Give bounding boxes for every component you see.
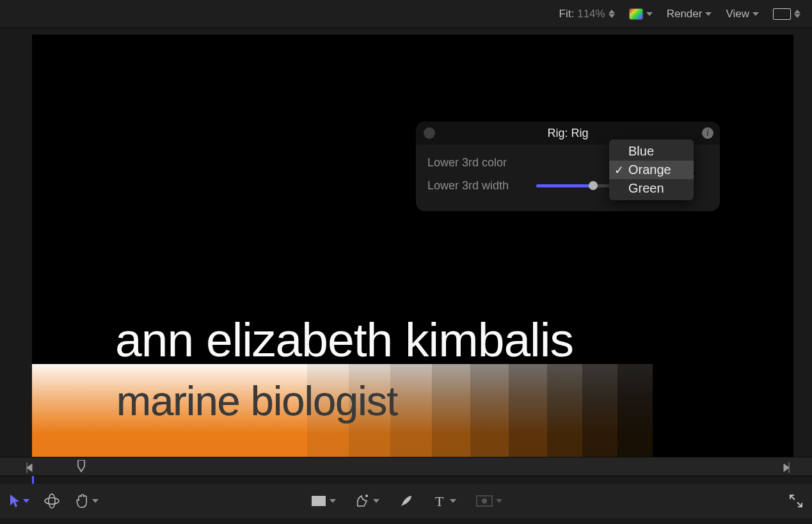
svg-point-6 [482,498,487,504]
color-swatch-icon [629,8,643,20]
fullscreen-tool[interactable] [789,494,803,508]
mini-timeline-playhead [32,476,34,484]
view-menu[interactable]: View [726,8,759,20]
checkmark-icon: ✓ [614,163,624,177]
color-param-label: Lower 3rd color [427,156,523,170]
tool-group-center: T [310,493,502,509]
canvas-tool-toolbar: T [0,484,812,518]
hud-body: Lower 3rd color Lower 3rd width Blue ✓ O… [416,145,720,211]
dropdown-option-orange[interactable]: ✓ Orange [609,161,694,179]
svg-point-1 [49,494,55,508]
svg-rect-2 [312,496,326,506]
chevron-down-icon [450,499,456,503]
slider-thumb[interactable] [589,181,598,190]
mask-tool[interactable] [475,495,502,507]
fit-value: 114% [577,8,605,20]
text-tool[interactable]: T [433,494,456,508]
layout-control[interactable] [773,8,800,20]
stepper-icon [609,10,615,18]
hud-title: Rig: Rig [416,127,720,140]
svg-text:T: T [435,494,444,508]
fit-label: Fit: [559,8,575,20]
playhead-icon[interactable] [77,460,86,478]
viewer-canvas-area: ann elizabeth kimbalis marine biologist … [0,28,812,457]
fit-zoom-control[interactable]: Fit: 114% [559,8,615,20]
range-start-icon[interactable] [26,463,33,475]
mini-timeline-ruler[interactable] [0,457,812,476]
color-channel-control[interactable] [629,8,653,20]
chevron-down-icon [373,499,379,503]
tool-group-left [9,493,99,509]
pen-tool[interactable] [355,493,379,509]
paint-tool[interactable] [399,493,414,509]
view-label: View [726,8,749,20]
width-param-label: Lower 3rd width [427,179,523,193]
select-tool[interactable] [9,494,29,508]
render-menu[interactable]: Render [667,8,712,20]
chevron-down-icon [496,499,502,503]
range-end-icon[interactable] [783,463,790,475]
dropdown-option-blue[interactable]: Blue [609,142,694,161]
viewer-top-toolbar: Fit: 114% Render View [0,0,812,28]
chevron-down-icon [330,499,336,503]
viewer-canvas[interactable]: ann elizabeth kimbalis marine biologist [32,35,793,457]
stepper-icon [794,10,800,18]
info-icon[interactable]: i [702,127,713,139]
dropdown-option-orange-label: Orange [628,163,671,177]
svg-point-3 [365,495,368,497]
chevron-down-icon [705,12,712,16]
color-dropdown-menu[interactable]: Blue ✓ Orange Green [609,139,694,200]
mini-timeline[interactable] [0,476,812,484]
dropdown-option-green[interactable]: Green [609,179,694,198]
rig-hud-panel[interactable]: Rig: Rig i Lower 3rd color Lower 3rd wid… [416,122,720,211]
svg-point-0 [45,498,59,504]
slider-fill [536,184,593,187]
chevron-down-icon [646,12,653,16]
3d-transform-tool[interactable] [44,493,60,509]
shape-tool[interactable] [310,495,336,507]
chevron-down-icon [752,12,759,16]
chevron-down-icon [92,499,99,503]
pan-tool[interactable] [74,493,99,509]
lower-third-title-text: marine biologist [116,380,397,422]
layout-rect-icon [773,8,791,20]
chevron-down-icon [23,499,29,503]
lower-third-name-text: ann elizabeth kimbalis [115,316,573,364]
render-label: Render [667,8,703,20]
